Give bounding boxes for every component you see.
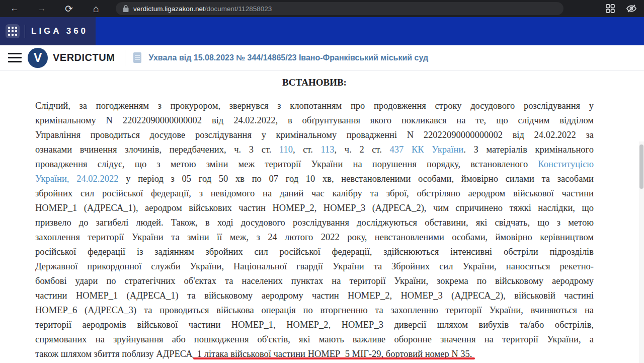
document-text-line: території аеродромів військової частини … (35, 318, 594, 332)
document-text-line: НОМЕР_1 (АДРЕСА_1), аеродром військових … (35, 201, 594, 215)
home-icon[interactable]: ⌂ (89, 1, 104, 16)
document-text-line: захоплення території України та зміни її… (35, 230, 594, 245)
document-text-line: провадження слідує, що з метою зміни меж… (35, 157, 594, 172)
document-text-line: НОМЕР_6 (АДРЕСА_3) та проводиться військ… (35, 303, 594, 318)
tab-groups-icon[interactable] (605, 3, 616, 14)
red-underlined-text: літака військової частини НОМЕР_5 МІГ-29… (204, 349, 472, 359)
text-segment: російської федерації із задіянням збройн… (35, 247, 594, 257)
document-lines: Слідчий, за погодженням з прокурором, зв… (35, 99, 594, 361)
section-heading: ВСТАНОВИВ: (35, 77, 594, 89)
text-segment: збройних сил російської федерації, з нев… (35, 188, 594, 198)
text-segment: спрямованих на зруйнування або пошкоджен… (35, 334, 594, 344)
liga360-brand-panel: LIGA 360 (0, 17, 96, 45)
statute-link[interactable]: Конституцією (538, 159, 594, 169)
scrollbar-thumb[interactable] (639, 144, 643, 189)
url-host: verdictum.ligazakon.net (133, 5, 205, 13)
text-segment: бомбові удари по стратегічних об'єктах т… (35, 276, 594, 286)
eye-slash-icon[interactable] (626, 3, 637, 14)
document-text-line: російської федерації із задіянням збройн… (35, 245, 594, 259)
divider (25, 25, 25, 38)
text-segment: ознаками вчинення злочинів, передбачених… (35, 144, 279, 155)
verdictum-brand[interactable]: VERDICTUM (53, 52, 115, 63)
statute-link[interactable]: 437 КК України (390, 144, 464, 155)
document-text-line: ознаками вчинення злочинів, передбачених… (35, 142, 594, 157)
text-segment: у період з 05 год 50 хв по 07 год 10 хв,… (118, 174, 594, 184)
scrollbar-track[interactable] (639, 141, 644, 363)
verdictum-logo-icon[interactable]: V (28, 48, 48, 68)
text-segment: Управління проводиться досудове розсліду… (35, 130, 594, 140)
verdictum-header: V VERDICTUM Ухвала від 15.08.2023 № 344/… (0, 45, 644, 70)
url-text: verdictum.ligazakon.net/document/1128580… (133, 5, 272, 13)
text-segment: , ст. (293, 144, 320, 155)
text-segment: частини НОМЕР_1 (АДРЕСА_1) та військовом… (35, 291, 594, 301)
text-segment: НОМЕР_1 (АДРЕСА_1), аеродром військових … (35, 203, 594, 213)
text-segment: Слідчий, за погодженням з прокурором, зв… (35, 101, 594, 111)
apps-grid-icon[interactable] (6, 24, 20, 38)
menu-icon[interactable] (8, 53, 22, 62)
text-segment: кримінальному N 22022090000000002 від 24… (35, 115, 594, 125)
document-text-line: збройних сил російської федерації, з нев… (35, 186, 594, 201)
document-text-line: спрямованих на зруйнування або пошкоджен… (35, 332, 594, 347)
divider (125, 50, 125, 66)
browser-toolbar: ← → ⟳ ⌂ verdictum.ligazakon.net/document… (0, 0, 644, 17)
text-segment: призвело до загибелі людей. Також, в ход… (35, 217, 594, 228)
reload-icon[interactable]: ⟳ (61, 1, 76, 16)
forward-icon[interactable]: → (34, 1, 49, 16)
document-text-line: кримінальному N 22022090000000002 від 24… (35, 113, 594, 128)
text-segment: НОМЕР_6 (АДРЕСА_3) та проводиться військ… (35, 305, 594, 315)
statute-link[interactable]: 110 (279, 144, 293, 155)
text-segment: провадження слідує, що з метою зміни меж… (35, 159, 538, 169)
url-path: /document/112858023 (205, 5, 272, 13)
statute-link[interactable]: 113 (321, 144, 335, 155)
document-text-line: частини НОМЕР_1 (АДРЕСА_1) та військовом… (35, 288, 594, 303)
toolbar-right-icons (605, 3, 637, 14)
document-text-line: бомбові удари по стратегічних об'єктах т… (35, 274, 594, 288)
text-segment: захоплення території України та зміни її… (35, 232, 594, 242)
liga360-brand[interactable]: LIGA 360 (31, 26, 88, 36)
back-icon[interactable]: ← (7, 1, 22, 16)
text-segment: . З матеріалів кримінального (463, 144, 594, 155)
address-bar[interactable]: verdictum.ligazakon.net/document/1128580… (116, 2, 564, 15)
document-text-line: також шляхом збиття поблизу АДРЕСА_1 літ… (35, 347, 594, 361)
text-segment: Державної прикордонної служби України, Н… (35, 261, 594, 271)
document-title: Ухвала від 15.08.2023 № 344/14865/23 Іва… (148, 53, 428, 62)
text-segment: також шляхом збиття поблизу АДРЕСА_1 (35, 349, 204, 359)
text-segment: території аеродромів військової частини … (35, 320, 594, 330)
document-text-line: Управління проводиться досудове розсліду… (35, 128, 594, 142)
liga360-bar: LIGA 360 (0, 17, 644, 45)
document-content: ВСТАНОВИВ: Слідчий, за погодженням з про… (0, 70, 644, 363)
document-text-line: України, 24.02.2022 у період з 05 год 50… (35, 172, 594, 186)
document-icon (133, 52, 141, 63)
document-text-line: Слідчий, за погодженням з прокурором, зв… (35, 99, 594, 113)
text-segment: , ч. 2 ст. (335, 144, 390, 155)
lock-icon (123, 5, 129, 12)
document-text-line: Державної прикордонної служби України, Н… (35, 259, 594, 274)
document-text-line: призвело до загибелі людей. Також, в ход… (35, 215, 594, 230)
statute-link[interactable]: України, 24.02.2022 (35, 174, 118, 184)
